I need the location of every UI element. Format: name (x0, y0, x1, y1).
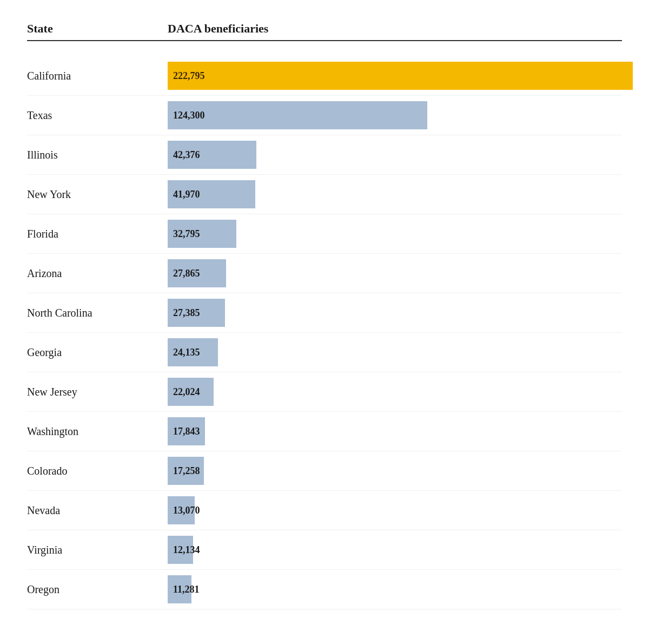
chart-row: Nevada13,070 (27, 491, 622, 530)
bar-oregon: 11,281 (168, 575, 191, 603)
state-label: New York (27, 188, 168, 201)
bar-wrapper: 17,843 (168, 417, 622, 445)
chart-row: Colorado17,258 (27, 451, 622, 491)
chart-row: Texas124,300 (27, 96, 622, 135)
chart-row: Virginia12,134 (27, 530, 622, 570)
bar-colorado: 17,258 (168, 457, 204, 485)
bar-wrapper: 41,970 (168, 180, 622, 208)
state-label: Nevada (27, 504, 168, 517)
bar-wrapper: 27,865 (168, 259, 622, 287)
chart-row: Arizona27,865 (27, 254, 622, 293)
state-label: Oregon (27, 583, 168, 596)
chart-row: California222,795 (27, 56, 622, 96)
bar-wrapper: 11,281 (168, 575, 622, 603)
bar-arizona: 27,865 (168, 259, 226, 287)
state-label: North Carolina (27, 307, 168, 319)
chart-row: New Jersey22,024 (27, 372, 622, 412)
bar-texas: 124,300 (168, 101, 427, 129)
state-label: New Jersey (27, 386, 168, 398)
bar-washington: 17,843 (168, 417, 205, 445)
chart-row: Oregon11,281 (27, 570, 622, 609)
bar-wrapper: 24,135 (168, 338, 622, 366)
bar-nevada: 13,070 (168, 496, 195, 524)
state-label: Florida (27, 228, 168, 240)
state-label: California (27, 70, 168, 82)
state-label: Georgia (27, 346, 168, 359)
bar-wrapper: 42,376 (168, 141, 622, 169)
value-column-header: DACA beneficiaries (168, 22, 268, 36)
chart-row: North Carolina27,385 (27, 293, 622, 333)
chart-row: Illinois42,376 (27, 135, 622, 175)
bar-new-york: 41,970 (168, 180, 255, 208)
chart-container: California222,795Texas124,300Illinois42,… (27, 56, 622, 609)
state-label: Illinois (27, 149, 168, 161)
chart-row: Washington17,843 (27, 412, 622, 451)
state-label: Colorado (27, 465, 168, 477)
bar-wrapper: 12,134 (168, 536, 622, 564)
state-label: Washington (27, 425, 168, 438)
state-label: Virginia (27, 544, 168, 556)
chart-row: New York41,970 (27, 175, 622, 214)
bar-wrapper: 22,024 (168, 378, 622, 406)
bar-wrapper: 222,795 (168, 62, 633, 90)
bar-georgia: 24,135 (168, 338, 218, 366)
bar-wrapper: 124,300 (168, 101, 622, 129)
state-column-header: State (27, 22, 168, 36)
bar-north-carolina: 27,385 (168, 299, 225, 327)
chart-row: Florida32,795 (27, 214, 622, 254)
bar-new-jersey: 22,024 (168, 378, 214, 406)
bar-wrapper: 32,795 (168, 220, 622, 248)
bar-wrapper: 27,385 (168, 299, 622, 327)
state-label: Texas (27, 109, 168, 122)
chart-row: Georgia24,135 (27, 333, 622, 372)
bar-wrapper: 17,258 (168, 457, 622, 485)
bar-florida: 32,795 (168, 220, 236, 248)
bar-california: 222,795 (168, 62, 633, 90)
chart-header: State DACA beneficiaries (27, 22, 622, 41)
state-label: Arizona (27, 267, 168, 280)
bar-virginia: 12,134 (168, 536, 193, 564)
bar-wrapper: 13,070 (168, 496, 622, 524)
bar-illinois: 42,376 (168, 141, 256, 169)
